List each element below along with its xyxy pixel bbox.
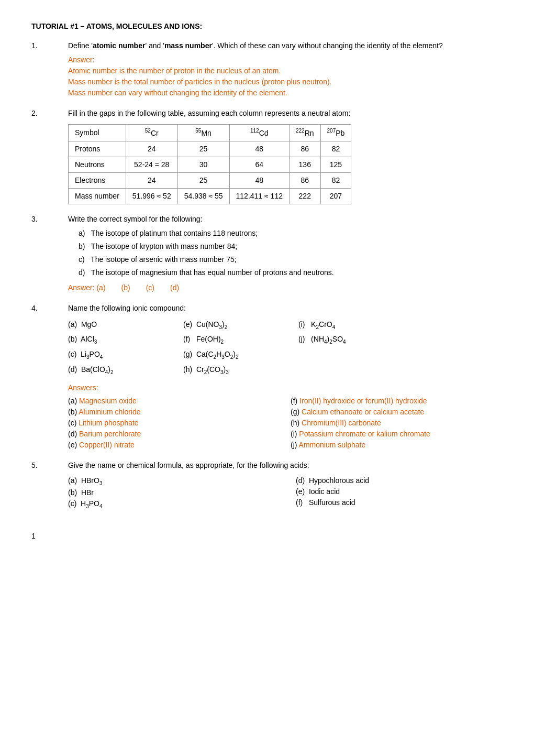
q1-content: Define 'atomic number' and 'mass number'… — [68, 40, 503, 98]
compound-b: (b) AlCl3 — [68, 334, 183, 346]
ans-i: (i) Potassium chromate or kalium chromat… — [291, 429, 503, 440]
q4-answers-section: Answers: (a) Magnesium oxide (b) Alumini… — [68, 382, 503, 451]
mass-rn: 222 — [289, 188, 320, 204]
q5-f: (f) Sulfurous acid — [296, 497, 503, 508]
protons-mn: 25 — [177, 141, 229, 157]
row-electrons-label: Electrons — [69, 172, 126, 188]
answer-label: Answer: — [68, 54, 503, 65]
ans-e: (e) Copper(II) nitrate — [68, 440, 280, 451]
q3-ans-c: (c) — [146, 282, 154, 293]
q3-sublist: a) The isotope of platinum that contains… — [68, 228, 503, 278]
table-row: Protons 24 25 48 86 82 — [69, 141, 351, 157]
table-row: Neutrons 52-24 = 28 30 64 136 125 — [69, 157, 351, 172]
q4-content: Name the following ionic compound: (a) M… — [68, 303, 503, 451]
q3-sub-b: b) The isotope of krypton with mass numb… — [79, 241, 503, 252]
protons-cd: 48 — [229, 141, 289, 157]
q3-sub-a: a) The isotope of platinum that contains… — [79, 228, 503, 239]
ans-a: (a) Magnesium oxide — [68, 396, 280, 407]
q5-text: Give the name or chemical formula, as ap… — [68, 460, 503, 471]
row-protons-label: Protons — [69, 141, 126, 157]
compound-h: (h) Cr2(CO3)3 — [183, 364, 298, 376]
ans-c: (c) Lithium phosphate — [68, 418, 280, 429]
q1-answer-line3: Mass number can vary without changing th… — [68, 87, 503, 98]
q3-ans-b: (b) — [121, 282, 130, 293]
table-row: Mass number 51.996 ≈ 52 54.938 ≈ 55 112.… — [69, 188, 351, 204]
row-mass-label: Mass number — [69, 188, 126, 204]
q3-ans-a: Answer: (a) — [68, 282, 106, 293]
q3-sub-c: c) The isotope of arsenic with mass numb… — [79, 254, 503, 265]
question-2: 2. Fill in the gaps in the following tab… — [31, 108, 503, 204]
q5-e: (e) Iodic acid — [296, 486, 503, 497]
compound-j: (j) (NH4)2SO4 — [298, 334, 414, 346]
q2-content: Fill in the gaps in the following table,… — [68, 108, 503, 204]
row-neutrons-label: Neutrons — [69, 157, 126, 172]
q1-answer-line2: Mass number is the total number of parti… — [68, 76, 503, 87]
electrons-cr: 24 — [126, 172, 177, 188]
q1-answer-line1: Atomic number is the number of proton in… — [68, 65, 503, 76]
table-row: Electrons 24 25 48 86 82 — [69, 172, 351, 188]
q1-text: Define 'atomic number' and 'mass number'… — [68, 40, 503, 51]
q5-grid: (a) HBrO3 (b) HBr (c) H3PO4 (d) Hypochlo… — [68, 475, 503, 510]
electrons-mn: 25 — [177, 172, 229, 188]
q5-a: (a) HBrO3 — [68, 475, 275, 487]
compound-d: (d) Ba(ClO4)2 — [68, 364, 183, 376]
q5-left: (a) HBrO3 (b) HBr (c) H3PO4 — [68, 475, 275, 510]
col-mn: 55Mn — [177, 125, 229, 141]
q5-b: (b) HBr — [68, 487, 275, 498]
page-number: 1 — [31, 531, 503, 542]
q5-number: 5. — [31, 460, 68, 510]
col-cd: 112Cd — [229, 125, 289, 141]
q2-number: 2. — [31, 108, 68, 204]
q3-ans-d: (d) — [170, 282, 179, 293]
mass-pb: 207 — [320, 188, 351, 204]
col-pb: 207Pb — [320, 125, 351, 141]
q2-text: Fill in the gaps in the following table,… — [68, 108, 503, 119]
ans-g: (g) Calcium ethanoate or calcium acetate — [291, 407, 503, 418]
neutrons-cd: 64 — [229, 157, 289, 172]
neutrons-cr: 52-24 = 28 — [126, 157, 177, 172]
compound-a: (a) MgO — [68, 319, 183, 331]
ans-f: (f) Iron(II) hydroxide or ferum(II) hydr… — [291, 396, 503, 407]
q3-answer: Answer: (a) (b) (c) (d) — [68, 282, 503, 293]
mass-mn: 54.938 ≈ 55 — [177, 188, 229, 204]
neutrons-mn: 30 — [177, 157, 229, 172]
q1-answer: Answer: Atomic number is the number of p… — [68, 54, 503, 98]
answers-grid: (a) Magnesium oxide (b) Aluminium chlori… — [68, 396, 503, 451]
question-3: 3. Write the correct symbol for the foll… — [31, 214, 503, 293]
q5-c: (c) H3PO4 — [68, 498, 275, 510]
electrons-pb: 82 — [320, 172, 351, 188]
q5-d: (d) Hypochlorous acid — [296, 475, 503, 486]
q3-number: 3. — [31, 214, 68, 293]
protons-rn: 86 — [289, 141, 320, 157]
col-symbol: Symbol — [69, 125, 126, 141]
question-4: 4. Name the following ionic compound: (a… — [31, 303, 503, 451]
question-1: 1. Define 'atomic number' and 'mass numb… — [31, 40, 503, 98]
q2-table: Symbol 52Cr 55Mn 112Cd 222Rn 207Pb Proto… — [68, 124, 351, 204]
q5-content: Give the name or chemical formula, as ap… — [68, 460, 503, 510]
q3-content: Write the correct symbol for the followi… — [68, 214, 503, 293]
protons-cr: 24 — [126, 141, 177, 157]
q4-text: Name the following ionic compound: — [68, 303, 503, 314]
protons-pb: 82 — [320, 141, 351, 157]
ans-right: (f) Iron(II) hydroxide or ferum(II) hydr… — [291, 396, 503, 451]
page-title: TUTORIAL #1 – ATOMS, MOLECULES AND IONS: — [31, 21, 503, 32]
neutrons-pb: 125 — [320, 157, 351, 172]
q3-text: Write the correct symbol for the followi… — [68, 214, 503, 225]
q4-number: 4. — [31, 303, 68, 451]
col-cr: 52Cr — [126, 125, 177, 141]
ans-left: (a) Magnesium oxide (b) Aluminium chlori… — [68, 396, 280, 451]
question-5: 5. Give the name or chemical formula, as… — [31, 460, 503, 510]
compound-e: (e) Cu(NO3)2 — [183, 319, 298, 331]
ans-d: (d) Barium perchlorate — [68, 429, 280, 440]
answers-label: Answers: — [68, 382, 503, 393]
ans-j: (j) Ammonium sulphate — [291, 440, 503, 451]
ans-b: (b) Aluminium chloride — [68, 407, 280, 418]
col-rn: 222Rn — [289, 125, 320, 141]
compounds-grid: (a) MgO (e) Cu(NO3)2 (i) K2CrO4 (b) AlCl… — [68, 319, 503, 376]
q1-number: 1. — [31, 40, 68, 98]
electrons-rn: 86 — [289, 172, 320, 188]
mass-cr: 51.996 ≈ 52 — [126, 188, 177, 204]
q5-right: (d) Hypochlorous acid (e) Iodic acid (f)… — [296, 475, 503, 510]
compound-i: (i) K2CrO4 — [298, 319, 414, 331]
compound-g: (g) Ca(C2H3O2)2 — [183, 349, 298, 361]
